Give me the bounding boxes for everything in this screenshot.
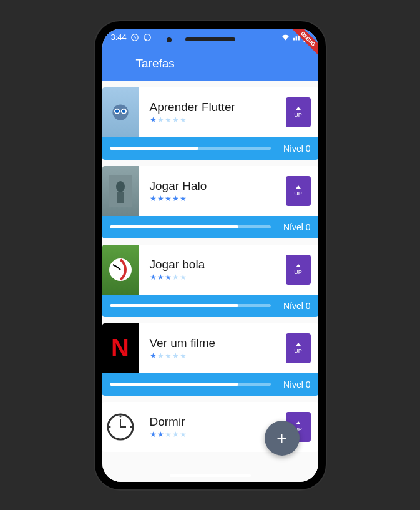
- star-icon: ★: [165, 430, 172, 439]
- task-thumbnail: N: [102, 323, 139, 373]
- arrow-up-icon: [296, 421, 301, 424]
- svg-point-7: [115, 109, 118, 112]
- progress-track: [110, 383, 271, 386]
- status-bar: 3:44: [102, 29, 318, 46]
- wifi-icon: [281, 32, 290, 42]
- star-icon: ★: [172, 194, 179, 203]
- svg-point-16: [119, 415, 121, 417]
- level-label: Nível 0: [283, 380, 311, 390]
- task-info: Dormir ★ ★ ★ ★ ★: [139, 415, 286, 439]
- level-label: Nível 0: [283, 222, 311, 232]
- phone-frame: DEBUG 3:44: [95, 21, 326, 489]
- star-icon: ★: [165, 273, 172, 282]
- task-thumbnail: [102, 166, 139, 216]
- up-button[interactable]: UP: [286, 97, 311, 127]
- svg-rect-11: [117, 192, 124, 203]
- star-rating: ★ ★ ★ ★ ★: [150, 115, 275, 124]
- task-title: Aprender Flutter: [150, 101, 275, 114]
- star-icon: ★: [165, 351, 172, 360]
- progress-fill: [110, 383, 239, 386]
- task-progress-bar: Nível 0: [102, 216, 318, 238]
- task-top: N Ver um filme ★ ★ ★ ★ ★ UP: [102, 323, 318, 373]
- star-icon: ★: [157, 430, 164, 439]
- progress-fill: [110, 147, 198, 150]
- star-icon: ★: [172, 273, 179, 282]
- app-bar: Tarefas: [102, 46, 318, 81]
- star-rating: ★ ★ ★ ★ ★: [150, 351, 275, 360]
- star-icon: ★: [150, 430, 157, 439]
- add-task-fab[interactable]: +: [265, 421, 300, 456]
- star-icon: ★: [172, 351, 179, 360]
- progress-fill: [110, 225, 239, 228]
- star-icon: ★: [157, 194, 164, 203]
- circle-icon: [143, 33, 152, 42]
- star-icon: ★: [180, 430, 187, 439]
- star-icon: ★: [180, 115, 187, 124]
- task-thumbnail: [102, 87, 139, 137]
- svg-point-17: [130, 426, 132, 428]
- up-button[interactable]: UP: [286, 333, 311, 363]
- status-left: 3:44: [111, 32, 152, 42]
- progress-track: [110, 225, 271, 228]
- task-info: Aprender Flutter ★ ★ ★ ★ ★: [139, 101, 286, 124]
- arrow-up-icon: [296, 107, 301, 110]
- plus-icon: +: [276, 428, 286, 448]
- svg-point-10: [116, 181, 125, 192]
- task-top: Aprender Flutter ★ ★ ★ ★ ★ UP: [102, 87, 318, 137]
- star-icon: ★: [180, 194, 187, 203]
- task-thumbnail: [102, 402, 139, 452]
- progress-track: [110, 147, 271, 150]
- task-title: Ver um filme: [150, 336, 275, 350]
- task-card: Jogar bola ★ ★ ★ ★ ★ UP: [102, 245, 318, 317]
- screen: DEBUG 3:44: [102, 29, 318, 482]
- star-rating: ★ ★ ★ ★ ★: [150, 273, 275, 282]
- star-icon: ★: [172, 430, 179, 439]
- task-card: N Ver um filme ★ ★ ★ ★ ★ UP: [102, 323, 318, 396]
- arrow-up-icon: [296, 343, 301, 346]
- svg-point-8: [122, 109, 125, 112]
- task-info: Jogar bola ★ ★ ★ ★ ★: [139, 258, 286, 282]
- navigation-handle[interactable]: [170, 474, 251, 477]
- star-icon: ★: [180, 351, 187, 360]
- star-icon: ★: [157, 115, 164, 124]
- star-icon: ★: [150, 194, 157, 203]
- task-progress-bar: Nível 0: [102, 137, 318, 160]
- arrow-up-icon: [296, 264, 301, 267]
- task-title: Dormir: [150, 415, 275, 429]
- star-icon: ★: [165, 115, 172, 124]
- star-icon: ★: [150, 115, 157, 124]
- star-rating: ★ ★ ★ ★ ★: [150, 430, 275, 439]
- arrow-up-icon: [296, 185, 301, 189]
- up-label: UP: [294, 269, 302, 275]
- progress-track: [110, 304, 271, 307]
- task-info: Ver um filme ★ ★ ★ ★ ★: [139, 336, 286, 360]
- level-label: Nível 0: [283, 301, 311, 311]
- star-icon: ★: [150, 273, 157, 282]
- task-card: Aprender Flutter ★ ★ ★ ★ ★ UP: [102, 87, 318, 160]
- star-icon: ★: [150, 351, 157, 360]
- status-time: 3:44: [111, 32, 127, 42]
- app-title: Tarefas: [136, 57, 175, 71]
- star-rating: ★ ★ ★ ★ ★: [150, 194, 275, 203]
- task-title: Jogar bola: [150, 258, 275, 272]
- svg-point-1: [144, 34, 151, 41]
- task-progress-bar: Nível 0: [102, 295, 318, 317]
- star-icon: ★: [165, 194, 172, 203]
- progress-fill: [110, 304, 239, 307]
- up-button[interactable]: UP: [286, 255, 311, 285]
- star-icon: ★: [157, 351, 164, 360]
- clock-icon: [130, 33, 139, 42]
- task-top: Jogar Halo ★ ★ ★ ★ ★ UP: [102, 166, 318, 216]
- level-label: Nível 0: [283, 144, 311, 154]
- task-info: Jogar Halo ★ ★ ★ ★ ★: [139, 179, 286, 203]
- up-label: UP: [294, 190, 302, 197]
- star-icon: ★: [180, 273, 187, 282]
- task-card: Jogar Halo ★ ★ ★ ★ ★ UP: [102, 166, 318, 238]
- up-label: UP: [294, 348, 302, 354]
- task-thumbnail: [102, 245, 139, 295]
- up-button[interactable]: UP: [286, 176, 311, 206]
- task-title: Jogar Halo: [150, 179, 275, 193]
- task-top: Jogar bola ★ ★ ★ ★ ★ UP: [102, 245, 318, 295]
- star-icon: ★: [157, 273, 164, 282]
- task-progress-bar: Nível 0: [102, 373, 318, 396]
